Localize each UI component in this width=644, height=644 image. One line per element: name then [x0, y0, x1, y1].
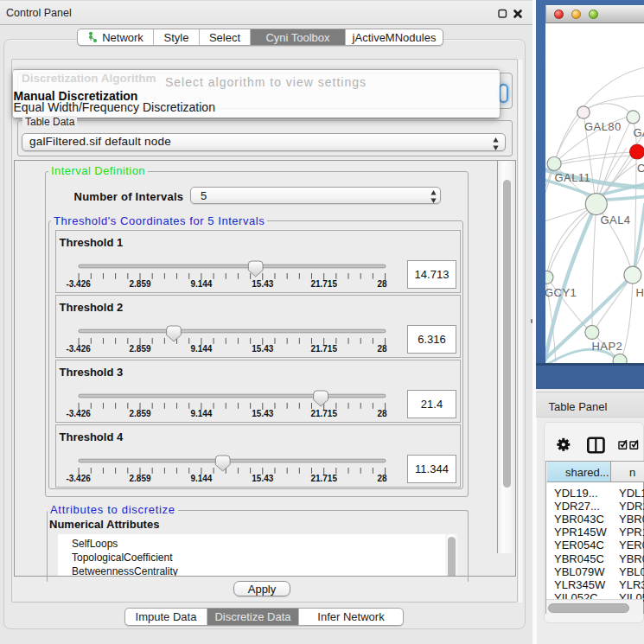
- svg-text:21.715: 21.715: [310, 279, 337, 289]
- svg-text:9.144: 9.144: [190, 474, 212, 483]
- svg-text:28: 28: [378, 409, 388, 418]
- svg-text:28: 28: [378, 344, 388, 354]
- svg-text:2.859: 2.859: [129, 344, 150, 354]
- svg-text:GAL4: GAL4: [601, 214, 631, 226]
- svg-text:21.715: 21.715: [310, 409, 337, 418]
- svg-text:28: 28: [378, 279, 388, 289]
- svg-text:28: 28: [378, 474, 388, 483]
- svg-text:2.859: 2.859: [129, 279, 150, 289]
- svg-text:15.43: 15.43: [252, 279, 273, 289]
- svg-text:2.859: 2.859: [129, 474, 150, 483]
- svg-text:H: H: [636, 286, 644, 299]
- svg-text:GAL80: GAL80: [584, 120, 622, 133]
- svg-text:-3.426: -3.426: [66, 409, 91, 418]
- svg-text:15.43: 15.43: [252, 474, 273, 483]
- svg-text:HAP2: HAP2: [592, 340, 623, 353]
- svg-text:9.144: 9.144: [190, 279, 212, 289]
- svg-text:21.715: 21.715: [310, 474, 337, 483]
- svg-text:9.144: 9.144: [190, 409, 212, 418]
- svg-text:9.144: 9.144: [190, 344, 212, 354]
- svg-text:-3.426: -3.426: [66, 474, 91, 483]
- svg-text:21.715: 21.715: [310, 344, 337, 354]
- svg-text:C: C: [637, 162, 644, 175]
- svg-text:2.859: 2.859: [129, 409, 150, 418]
- svg-text:GAL11: GAL11: [555, 171, 591, 184]
- svg-text:-3.426: -3.426: [66, 344, 91, 354]
- svg-text:GCY1: GCY1: [545, 286, 577, 299]
- svg-text:GA: GA: [634, 126, 644, 139]
- svg-text:15.43: 15.43: [252, 409, 273, 418]
- svg-text:-3.426: -3.426: [66, 279, 91, 289]
- svg-text:15.43: 15.43: [252, 344, 273, 354]
